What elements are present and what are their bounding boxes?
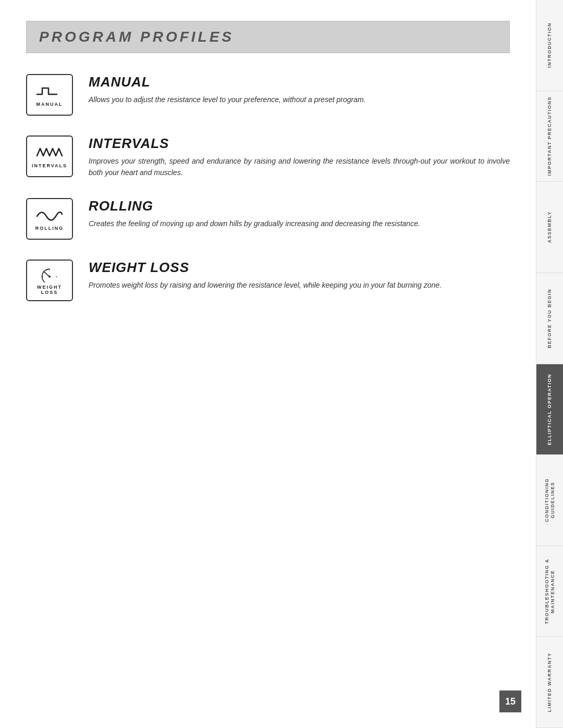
sidebar: Introduction Important Precautions Assem… [536, 0, 563, 728]
program-text-rolling: ROLLING Creates the feeling of moving up… [89, 198, 420, 230]
program-section-weight-loss: WEIGHT LOSS WEIGHT LOSS Promotes weight … [26, 260, 510, 301]
program-title-manual: MANUAL [89, 74, 366, 90]
intervals-icon-label: INTERVALS [32, 163, 67, 168]
program-section-intervals: INTERVALS INTERVALS Improves your streng… [26, 135, 510, 178]
sidebar-item-elliptical-operation[interactable]: Elliptical Operation [536, 364, 563, 455]
manual-icon-label: MANUAL [36, 102, 63, 107]
sidebar-item-introduction[interactable]: Introduction [536, 0, 563, 91]
sidebar-item-limited-warranty[interactable]: Limited Warranty [536, 637, 563, 728]
sidebar-item-conditioning-guidelines[interactable]: Conditioning Guidelines [536, 455, 563, 546]
program-icon-rolling: ROLLING [26, 198, 73, 240]
program-icon-weight-loss: WEIGHT LOSS [26, 260, 73, 301]
rolling-icon [36, 207, 63, 224]
program-desc-manual: Allows you to adjust the resistance leve… [89, 94, 366, 106]
program-desc-intervals: Improves your strength, speed and endura… [89, 156, 510, 178]
intervals-icon [36, 144, 63, 161]
program-desc-rolling: Creates the feeling of moving up and dow… [89, 218, 420, 230]
program-icon-manual: MANUAL [26, 74, 73, 116]
program-section-rolling: ROLLING ROLLING Creates the feeling of m… [26, 198, 510, 240]
rolling-icon-label: ROLLING [35, 226, 64, 231]
program-text-intervals: INTERVALS Improves your strength, speed … [89, 135, 510, 178]
program-title-rolling: ROLLING [89, 198, 420, 214]
manual-icon [36, 83, 63, 100]
main-content: PROGRAM PROFILES MANUAL MANUAL Allows yo… [0, 0, 536, 728]
sidebar-item-troubleshooting[interactable]: Troubleshooting & Maintenance [536, 546, 563, 637]
weight-loss-icon [36, 266, 63, 282]
sidebar-item-important-precautions[interactable]: Important Precautions [536, 91, 563, 182]
page-title-banner: PROGRAM PROFILES [26, 21, 510, 53]
svg-line-1 [44, 272, 50, 277]
weight-loss-icon-label: WEIGHT LOSS [37, 285, 62, 295]
program-section-manual: MANUAL MANUAL Allows you to adjust the r… [26, 74, 510, 116]
program-icon-intervals: INTERVALS [26, 135, 73, 177]
program-text-weight-loss: WEIGHT LOSS Promotes weight loss by rais… [89, 260, 442, 291]
svg-point-2 [48, 276, 51, 278]
program-title-weight-loss: WEIGHT LOSS [89, 260, 442, 276]
program-title-intervals: INTERVALS [89, 135, 510, 152]
program-desc-weight-loss: Promotes weight loss by raising and lowe… [89, 280, 442, 291]
sidebar-item-assembly[interactable]: Assembly [536, 182, 563, 273]
page-title: PROGRAM PROFILES [39, 29, 497, 45]
program-text-manual: MANUAL Allows you to adjust the resistan… [89, 74, 366, 106]
sidebar-item-before-you-begin[interactable]: Before You Begin [536, 273, 563, 364]
page-number: 15 [499, 690, 521, 712]
